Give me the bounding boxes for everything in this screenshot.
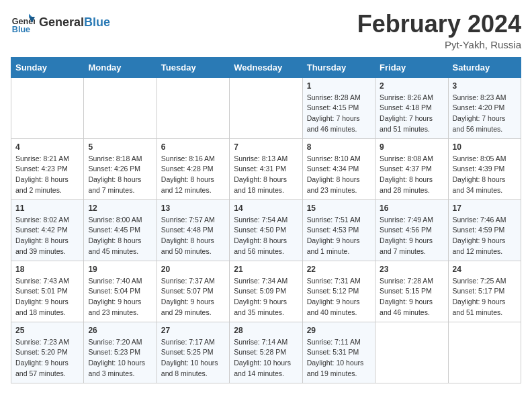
calendar-cell: 16Sunrise: 7:49 AM Sunset: 4:56 PM Dayli… xyxy=(375,199,448,261)
day-number: 7 xyxy=(234,142,298,152)
cell-info-text: Sunrise: 8:02 AM Sunset: 4:42 PM Dayligh… xyxy=(15,215,79,257)
day-number: 5 xyxy=(88,142,152,152)
day-number: 28 xyxy=(234,326,298,335)
cell-info-text: Sunrise: 8:18 AM Sunset: 4:26 PM Dayligh… xyxy=(88,154,152,196)
day-number: 9 xyxy=(380,142,443,152)
cell-info-text: Sunrise: 7:51 AM Sunset: 4:53 PM Dayligh… xyxy=(307,215,371,257)
header-wednesday: Wednesday xyxy=(230,57,302,77)
day-number: 25 xyxy=(15,326,79,335)
cell-info-text: Sunrise: 8:05 AM Sunset: 4:39 PM Dayligh… xyxy=(453,154,517,196)
calendar-cell: 13Sunrise: 7:57 AM Sunset: 4:48 PM Dayli… xyxy=(157,199,229,261)
calendar-cell xyxy=(11,77,84,138)
cell-info-text: Sunrise: 7:46 AM Sunset: 4:59 PM Dayligh… xyxy=(453,215,517,257)
cell-info-text: Sunrise: 8:08 AM Sunset: 4:37 PM Dayligh… xyxy=(380,154,443,196)
day-number: 12 xyxy=(88,203,152,213)
calendar-body: 1Sunrise: 8:28 AM Sunset: 4:15 PM Daylig… xyxy=(11,77,521,383)
cell-info-text: Sunrise: 7:31 AM Sunset: 5:12 PM Dayligh… xyxy=(307,276,371,318)
calendar-cell: 4Sunrise: 8:21 AM Sunset: 4:23 PM Daylig… xyxy=(11,138,84,199)
days-header-row: Sunday Monday Tuesday Wednesday Thursday… xyxy=(11,57,521,77)
calendar-cell: 29Sunrise: 7:11 AM Sunset: 5:31 PM Dayli… xyxy=(302,322,375,383)
calendar-cell: 19Sunrise: 7:40 AM Sunset: 5:04 PM Dayli… xyxy=(84,261,157,322)
day-number: 21 xyxy=(234,265,298,274)
calendar-cell: 3Sunrise: 8:23 AM Sunset: 4:20 PM Daylig… xyxy=(448,77,521,138)
location-subtitle: Pyt-Yakh, Russia xyxy=(357,39,521,50)
logo-blue: Blue xyxy=(84,15,110,29)
calendar-week-row: 11Sunrise: 8:02 AM Sunset: 4:42 PM Dayli… xyxy=(11,199,521,261)
calendar-cell: 12Sunrise: 8:00 AM Sunset: 4:45 PM Dayli… xyxy=(84,199,157,261)
calendar-week-row: 25Sunrise: 7:23 AM Sunset: 5:20 PM Dayli… xyxy=(11,322,521,383)
calendar-cell: 1Sunrise: 8:28 AM Sunset: 4:15 PM Daylig… xyxy=(302,77,375,138)
cell-info-text: Sunrise: 8:10 AM Sunset: 4:34 PM Dayligh… xyxy=(307,154,371,196)
cell-info-text: Sunrise: 7:23 AM Sunset: 5:20 PM Dayligh… xyxy=(15,337,79,379)
day-number: 18 xyxy=(15,265,79,274)
cell-info-text: Sunrise: 7:11 AM Sunset: 5:31 PM Dayligh… xyxy=(307,337,371,379)
header-thursday: Thursday xyxy=(302,57,375,77)
cell-info-text: Sunrise: 7:25 AM Sunset: 5:17 PM Dayligh… xyxy=(453,276,517,318)
cell-info-text: Sunrise: 7:20 AM Sunset: 5:23 PM Dayligh… xyxy=(88,337,152,379)
calendar-cell: 28Sunrise: 7:14 AM Sunset: 5:28 PM Dayli… xyxy=(230,322,302,383)
day-number: 2 xyxy=(380,81,443,91)
calendar-cell: 26Sunrise: 7:20 AM Sunset: 5:23 PM Dayli… xyxy=(84,322,157,383)
day-number: 26 xyxy=(88,326,152,335)
header-sunday: Sunday xyxy=(11,57,84,77)
calendar-cell xyxy=(230,77,302,138)
cell-info-text: Sunrise: 8:13 AM Sunset: 4:31 PM Dayligh… xyxy=(234,154,298,196)
calendar-cell: 11Sunrise: 8:02 AM Sunset: 4:42 PM Dayli… xyxy=(11,199,84,261)
cell-info-text: Sunrise: 7:54 AM Sunset: 4:50 PM Dayligh… xyxy=(234,215,298,257)
calendar-cell: 9Sunrise: 8:08 AM Sunset: 4:37 PM Daylig… xyxy=(375,138,448,199)
calendar-cell: 10Sunrise: 8:05 AM Sunset: 4:39 PM Dayli… xyxy=(448,138,521,199)
calendar-cell: 21Sunrise: 7:34 AM Sunset: 5:09 PM Dayli… xyxy=(230,261,302,322)
calendar-cell: 15Sunrise: 7:51 AM Sunset: 4:53 PM Dayli… xyxy=(302,199,375,261)
logo-general: General xyxy=(39,15,84,29)
day-number: 16 xyxy=(380,203,443,213)
cell-info-text: Sunrise: 8:28 AM Sunset: 4:15 PM Dayligh… xyxy=(307,93,371,135)
cell-info-text: Sunrise: 7:43 AM Sunset: 5:01 PM Dayligh… xyxy=(15,276,79,318)
cell-info-text: Sunrise: 7:17 AM Sunset: 5:25 PM Dayligh… xyxy=(161,337,225,379)
month-year-title: February 2024 xyxy=(357,11,521,38)
title-block: February 2024 Pyt-Yakh, Russia xyxy=(357,11,521,50)
calendar-cell xyxy=(375,322,448,383)
day-number: 19 xyxy=(88,265,152,274)
day-number: 23 xyxy=(380,265,443,274)
calendar-week-row: 1Sunrise: 8:28 AM Sunset: 4:15 PM Daylig… xyxy=(11,77,521,138)
calendar-cell: 25Sunrise: 7:23 AM Sunset: 5:20 PM Dayli… xyxy=(11,322,84,383)
logo-icon: General Blue xyxy=(11,11,35,35)
calendar-cell: 8Sunrise: 8:10 AM Sunset: 4:34 PM Daylig… xyxy=(302,138,375,199)
page-header: General Blue GeneralBlue February 2024 P… xyxy=(11,11,521,50)
calendar-cell: 27Sunrise: 7:17 AM Sunset: 5:25 PM Dayli… xyxy=(157,322,229,383)
calendar-week-row: 4Sunrise: 8:21 AM Sunset: 4:23 PM Daylig… xyxy=(11,138,521,199)
calendar-cell: 5Sunrise: 8:18 AM Sunset: 4:26 PM Daylig… xyxy=(84,138,157,199)
calendar-cell: 22Sunrise: 7:31 AM Sunset: 5:12 PM Dayli… xyxy=(302,261,375,322)
cell-info-text: Sunrise: 7:40 AM Sunset: 5:04 PM Dayligh… xyxy=(88,276,152,318)
cell-info-text: Sunrise: 8:21 AM Sunset: 4:23 PM Dayligh… xyxy=(15,154,79,196)
day-number: 1 xyxy=(307,81,371,91)
cell-info-text: Sunrise: 7:37 AM Sunset: 5:07 PM Dayligh… xyxy=(161,276,225,318)
calendar-cell: 18Sunrise: 7:43 AM Sunset: 5:01 PM Dayli… xyxy=(11,261,84,322)
svg-text:Blue: Blue xyxy=(12,25,30,34)
calendar-cell: 17Sunrise: 7:46 AM Sunset: 4:59 PM Dayli… xyxy=(448,199,521,261)
calendar-cell: 20Sunrise: 7:37 AM Sunset: 5:07 PM Dayli… xyxy=(157,261,229,322)
calendar-cell: 6Sunrise: 8:16 AM Sunset: 4:28 PM Daylig… xyxy=(157,138,229,199)
calendar-cell: 14Sunrise: 7:54 AM Sunset: 4:50 PM Dayli… xyxy=(230,199,302,261)
calendar-week-row: 18Sunrise: 7:43 AM Sunset: 5:01 PM Dayli… xyxy=(11,261,521,322)
day-number: 22 xyxy=(307,265,371,274)
day-number: 3 xyxy=(453,81,517,91)
day-number: 27 xyxy=(161,326,225,335)
calendar-cell: 7Sunrise: 8:13 AM Sunset: 4:31 PM Daylig… xyxy=(230,138,302,199)
cell-info-text: Sunrise: 7:49 AM Sunset: 4:56 PM Dayligh… xyxy=(380,215,443,257)
day-number: 6 xyxy=(161,142,225,152)
cell-info-text: Sunrise: 8:23 AM Sunset: 4:20 PM Dayligh… xyxy=(453,93,517,135)
cell-info-text: Sunrise: 7:14 AM Sunset: 5:28 PM Dayligh… xyxy=(234,337,298,379)
day-number: 20 xyxy=(161,265,225,274)
cell-info-text: Sunrise: 7:28 AM Sunset: 5:15 PM Dayligh… xyxy=(380,276,443,318)
calendar-cell xyxy=(157,77,229,138)
calendar-cell xyxy=(84,77,157,138)
day-number: 10 xyxy=(453,142,517,152)
header-saturday: Saturday xyxy=(448,57,521,77)
day-number: 8 xyxy=(307,142,371,152)
cell-info-text: Sunrise: 8:00 AM Sunset: 4:45 PM Dayligh… xyxy=(88,215,152,257)
calendar-table: Sunday Monday Tuesday Wednesday Thursday… xyxy=(11,57,521,383)
header-friday: Friday xyxy=(375,57,448,77)
header-tuesday: Tuesday xyxy=(157,57,229,77)
header-monday: Monday xyxy=(84,57,157,77)
